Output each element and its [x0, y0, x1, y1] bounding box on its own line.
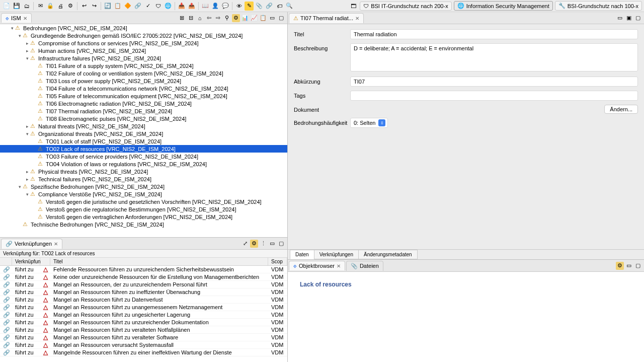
tree-toggle-icon[interactable]: ▾: [9, 26, 15, 31]
tree-item[interactable]: ▾⚠Infrastructure failures [VRC_NIS2_DE_I…: [0, 54, 287, 62]
tree-item[interactable]: ▸⚠Natural threats [VRC_NIS2_DE_ISM_2024]: [0, 122, 287, 130]
links-expand-icon[interactable]: ⤢: [241, 240, 249, 248]
toolbar-book-icon[interactable]: 📖: [201, 2, 210, 11]
editor-max-icon[interactable]: ▢: [634, 14, 642, 22]
tree-item[interactable]: ▸⚠Physical threats [VRC_NIS2_DE_ISM_2024…: [0, 168, 287, 175]
tree-item[interactable]: ▸⚠Technical failures [VRC_NIS2_DE_ISM_20…: [0, 175, 287, 183]
tree-toggle-icon[interactable]: ▸: [24, 177, 30, 182]
tree-report-icon[interactable]: 📈: [250, 14, 258, 22]
tree-back-icon[interactable]: ⇦: [205, 14, 213, 22]
tree-filter-icon[interactable]: ⚲: [223, 14, 231, 22]
tree-toggle-icon[interactable]: ▾: [17, 184, 23, 189]
input-beschreibung[interactable]: [350, 43, 638, 71]
close-icon[interactable]: ✕: [337, 263, 341, 269]
tree-toggle-icon[interactable]: ▸: [24, 48, 30, 53]
tree-item[interactable]: ⚠TI07 Thermal radiation [VRC_NIS2_DE_ISM…: [0, 107, 287, 115]
links-max-icon[interactable]: ▢: [277, 240, 285, 248]
tree-item[interactable]: ⚠TI04 Failure of a telecommunications ne…: [0, 85, 287, 92]
toolbar-print-icon[interactable]: 🖨: [56, 2, 65, 11]
perspective-bsi-200[interactable]: 🛡BSI IT-Grundschutz nach 200-x: [360, 2, 451, 11]
tree-copy-icon[interactable]: 📋: [259, 14, 267, 22]
tree-item[interactable]: ⚠TI08 Electromagnetic pulses [VRC_NIS2_D…: [0, 115, 287, 122]
toolbar-prefs-icon[interactable]: ⚙: [66, 2, 75, 11]
toolbar-new-icon[interactable]: 📄: [2, 2, 11, 11]
toolbar-graph-icon[interactable]: 🔗: [133, 2, 142, 11]
links-min-icon[interactable]: ▭: [268, 240, 276, 248]
ism-tree[interactable]: ▾⚠Bedrohungen [VRC_NIS2_DE_ISM_2024]▾⚠Gr…: [0, 24, 287, 237]
tree-item[interactable]: ⚠TI03 Loss of power supply [VRC_NIS2_DE_…: [0, 77, 287, 85]
toolbar-undo-icon[interactable]: ↩: [79, 2, 89, 11]
toolbar-edit-icon[interactable]: ✎: [245, 2, 254, 11]
tab-dateien[interactable]: 📎 Dateien: [346, 261, 383, 271]
link-row[interactable]: 🔗führt zu△Mangel an Ressourcen führt zu …: [0, 326, 287, 334]
toolbar-attach-icon[interactable]: 📎: [255, 2, 264, 11]
input-tags[interactable]: [350, 91, 638, 101]
perspective-bsi-100[interactable]: 🔧BSI-Grundschutz nach 100-x: [555, 1, 642, 11]
tree-item[interactable]: ⚠Technische Bedrohungen [VRC_NIS2_DE_ISM…: [0, 221, 287, 228]
link-row[interactable]: 🔗führt zu△Fehlende Ressourcen führen zu …: [0, 266, 287, 273]
tree-item[interactable]: ⚠Verstoß gegen die vertraglichen Anforde…: [0, 213, 287, 221]
close-icon[interactable]: ✕: [355, 16, 359, 21]
tree-item[interactable]: ⚠Verstoß gegen die juristische und geset…: [0, 198, 287, 205]
toolbar-search-icon[interactable]: 🔍: [285, 2, 294, 11]
tree-item[interactable]: ▾⚠Spezifische Bedrohungen [VRC_NIS2_DE_I…: [0, 183, 287, 190]
toolbar-link-icon[interactable]: 🔗: [265, 2, 274, 11]
link-row[interactable]: 🔗führt zu△Mangel an Ressourcen verursach…: [0, 341, 287, 349]
tree-toggle-icon[interactable]: ▸: [24, 169, 30, 174]
tree-item[interactable]: ⚠TI02 Failure of cooling or ventilation …: [0, 69, 287, 77]
tree-item[interactable]: ▾⚠Organizational threats [VRC_NIS2_DE_IS…: [0, 130, 287, 137]
tab-objektbrowser[interactable]: ⟐ Objektbrowser ✕: [289, 261, 345, 270]
toolbar-globe-icon[interactable]: 🌐: [164, 2, 173, 11]
links-col-relation[interactable]: Verknüpfun: [12, 258, 40, 265]
toolbar-redo-icon[interactable]: ↪: [90, 2, 99, 11]
tree-toggle-icon[interactable]: ▸: [24, 41, 30, 46]
link-row[interactable]: 🔗führt zu△Mangel an Ressourcen, der zu u…: [0, 281, 287, 288]
link-row[interactable]: 🔗führt zu△Mangel an Ressourcen führt zu …: [0, 304, 287, 311]
tree-toggle-icon[interactable]: ▾: [24, 131, 30, 136]
close-icon[interactable]: ✕: [23, 16, 27, 21]
tab-ism[interactable]: ⟐ ISM ✕: [1, 13, 32, 23]
close-icon[interactable]: ✕: [54, 241, 58, 247]
editor-min-icon[interactable]: ▭: [616, 14, 624, 22]
link-row[interactable]: 🔗führt zu△Keine oder unzureichende Resso…: [0, 273, 287, 281]
tree-toggle-icon[interactable]: ▾: [24, 56, 30, 61]
browser-max-icon[interactable]: ▢: [634, 262, 642, 270]
toolbar-saveall-icon[interactable]: 🗂: [22, 2, 31, 11]
tree-add-icon[interactable]: ⊞: [178, 14, 186, 22]
tab-verknuepfungen-editor[interactable]: Verknüpfungen: [314, 250, 359, 259]
tree-item[interactable]: ⚠TO01 Lack of staff [VRC_NIS2_DE_ISM_202…: [0, 137, 287, 145]
browser-min-icon[interactable]: ▭: [625, 262, 633, 270]
toolbar-mail-icon[interactable]: ✉: [36, 2, 45, 11]
tree-item[interactable]: ⚠TO02 Lack of resources [VRC_NIS2_DE_ISM…: [0, 145, 287, 153]
link-row[interactable]: 🔗führt zu△Mangel an Ressourcen führt zu …: [0, 334, 287, 341]
toolbar-lock-icon[interactable]: 🔒: [46, 2, 55, 11]
links-settings-icon[interactable]: ⚙: [250, 240, 258, 248]
tab-daten[interactable]: Daten: [290, 250, 314, 259]
tree-item[interactable]: ⚠TI01 Failure of a supply system [VRC_NI…: [0, 62, 287, 69]
toolbar-save-icon[interactable]: 💾: [12, 2, 21, 11]
toolbar-refresh-icon[interactable]: 🔄: [103, 2, 112, 11]
toolbar-user-icon[interactable]: 👤: [211, 2, 220, 11]
toolbar-doc-icon[interactable]: 📋: [113, 2, 122, 11]
tree-item[interactable]: ⚠Verstoß gegen die regulatorische Bestim…: [0, 205, 287, 213]
perspective-switcher-icon[interactable]: 🗔: [349, 2, 358, 11]
tab-verknuepfungen[interactable]: 🔗 Verknüpfungen ✕: [1, 239, 62, 249]
tree-item[interactable]: ▸⚠Compromise of functions or services [V…: [0, 39, 287, 47]
links-col-title[interactable]: Titel: [50, 258, 268, 265]
toolbar-comment-icon[interactable]: 💬: [221, 2, 230, 11]
links-col-scope[interactable]: Scop: [268, 258, 287, 265]
link-row[interactable]: 🔗führt zu△Mangel an Ressourcen führt zu …: [0, 319, 287, 326]
tab-aenderungsmetadaten[interactable]: Änderungsmetadaten: [358, 250, 418, 259]
link-row[interactable]: 🔗führt zu△Mangel an Ressourcen führen zu…: [0, 288, 287, 296]
browser-settings-icon[interactable]: ⚙: [616, 262, 624, 270]
tree-item[interactable]: ⚠TI05 Failure of telecommunication equip…: [0, 92, 287, 100]
tree-chart-icon[interactable]: 📊: [241, 14, 249, 22]
tree-home-icon[interactable]: ⌂: [196, 14, 204, 22]
tree-settings-icon[interactable]: ⚙: [232, 14, 240, 22]
tree-item[interactable]: ▸⚠Human actions [VRC_NIS2_DE_ISM_2024]: [0, 47, 287, 54]
perspective-ism[interactable]: 🌐Information Security Management: [454, 1, 553, 11]
input-abkuerzung[interactable]: [350, 77, 638, 87]
tree-max-icon[interactable]: ▢: [277, 14, 285, 22]
tree-item[interactable]: ▾⚠Grundlegende Bedrohungen gemäß ISO/IEC…: [0, 32, 287, 39]
link-row[interactable]: 🔗führt zu△Mangel an Ressourcen führt zu …: [0, 311, 287, 319]
